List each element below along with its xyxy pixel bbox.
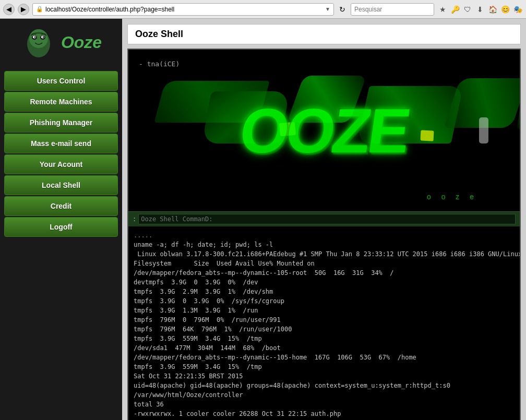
output-line-2: Filesystem Size Used Avail Use% Mounted …	[134, 259, 515, 268]
output-line-10: tmpfs 3.9G 559M 3.4G 15% /tmp	[134, 334, 515, 343]
output-line-17: total 36	[134, 400, 515, 409]
shell-container: - tna(iCE) OOZE	[127, 49, 521, 420]
logo-text: Ooze	[61, 33, 102, 52]
output-line-0: uname -a; df -h; date; id; pwd; ls -l	[134, 240, 515, 249]
logo-svg	[20, 24, 57, 61]
output-line-12: /dev/mapper/fedora_abts--mp--dynamic--10…	[134, 353, 515, 362]
page-header: Ooze Shell	[127, 24, 521, 44]
smiley-icon[interactable]: 😊	[500, 4, 510, 15]
search-input[interactable]	[351, 3, 434, 16]
url-text: localhost/Ooze/controller/auth.php?page=…	[45, 6, 323, 13]
forward-button[interactable]: ▶	[18, 4, 29, 15]
output-line-6: tmpfs 3.9G 0 3.9G 0% /sys/fs/cgroup	[134, 296, 515, 306]
app-layout: Ooze Users Control Remote Machines Phish…	[0, 19, 526, 420]
sidebar: Ooze Users Control Remote Machines Phish…	[0, 19, 122, 420]
mask-icon[interactable]: 🎭	[512, 4, 523, 15]
output-line-1: Linux oblwan 3.17.8-300.fc21.i686+PAEdeb…	[134, 249, 515, 259]
sidebar-item-users-control[interactable]: Users Control	[4, 71, 118, 91]
output-line-13: tmpfs 3.9G 559M 3.4G 15% /tmp	[134, 362, 515, 371]
sidebar-item-mass-email[interactable]: Mass e-mail send	[4, 134, 118, 153]
star-icon[interactable]: ★	[437, 4, 448, 15]
output-line-9: tmpfs 796M 64K 796M 1% /run/user/1000	[134, 325, 515, 334]
address-bar[interactable]: 🔒 localhost/Ooze/controller/auth.php?pag…	[32, 3, 334, 16]
sidebar-nav: Users Control Remote Machines Phishing M…	[0, 71, 122, 237]
page-title: Ooze Shell	[135, 29, 183, 39]
svg-point-2	[29, 29, 48, 48]
ooze-art: - tna(iCE) OOZE	[128, 50, 520, 211]
main-content: Ooze Shell - tna(iCE)	[122, 19, 526, 420]
output-line-14: Sat Oct 31 22:21:35 BRST 2015	[134, 371, 515, 381]
output-line-4: devtmpfs 3.9G 0 3.9G 0% /dev	[134, 278, 515, 287]
download-icon[interactable]: ⬇	[475, 4, 485, 15]
output-line-16: /var/www/html/Ooze/controller	[134, 390, 515, 400]
output-line-3: /dev/mapper/fedora_abts--mp--dynamic--10…	[134, 268, 515, 278]
sidebar-item-your-account[interactable]: Your Acount	[4, 154, 118, 174]
shell-output: ..... uname -a; df -h; date; id; pwd; ls…	[128, 226, 520, 420]
reload-button[interactable]: ↻	[337, 4, 348, 15]
sidebar-logo: Ooze	[20, 24, 102, 61]
output-line-15: uid=48(apache) gid=48(apache) groups=48(…	[134, 381, 515, 390]
svg-point-8	[42, 37, 44, 38]
output-line-7: tmpfs 3.9G 1.3M 3.9G 1% /run	[134, 306, 515, 315]
command-input[interactable]	[138, 214, 516, 224]
home-icon[interactable]: 🏠	[487, 4, 498, 15]
svg-point-7	[34, 37, 35, 38]
command-label: :	[133, 215, 136, 223]
output-line-11: /dev/sda1 477M 304M 144M 68% /boot	[134, 343, 515, 353]
command-bar: :	[128, 211, 520, 226]
sidebar-item-remote-machines[interactable]: Remote Machines	[4, 92, 118, 112]
toolbar-icons: ★ 🔑 🛡 ⬇ 🏠 😊 🎭	[437, 4, 523, 15]
browser-chrome: ◀ ▶ 🔒 localhost/Ooze/controller/auth.php…	[0, 0, 526, 19]
output-line-5: tmpfs 3.9G 2.9M 3.9G 1% /dev/shm	[134, 287, 515, 296]
output-line-8: tmpfs 796M 0 796M 0% /run/user/991	[134, 315, 515, 325]
output-line-18: -rwxrwxrwx. 1 cooler cooler 26288 Oct 31…	[134, 409, 515, 418]
sidebar-item-phishing-manager[interactable]: Phishing Manager	[4, 113, 118, 133]
ooze-subtext: o o z e	[427, 193, 478, 201]
graffiti-container: OOZE	[128, 50, 520, 211]
shell-banner: - tna(iCE) OOZE	[128, 50, 520, 211]
sidebar-item-logoff[interactable]: Logoff	[4, 217, 118, 237]
logo-image	[20, 24, 57, 61]
shell-prompt: .....	[134, 231, 515, 240]
sidebar-item-local-shell[interactable]: Local Shell	[4, 175, 118, 195]
key-icon[interactable]: 🔑	[450, 4, 460, 15]
sidebar-item-credit[interactable]: Credit	[4, 196, 118, 216]
back-button[interactable]: ◀	[3, 4, 15, 15]
shield-icon[interactable]: 🛡	[462, 4, 473, 15]
graffiti-text: OOZE	[235, 94, 412, 166]
